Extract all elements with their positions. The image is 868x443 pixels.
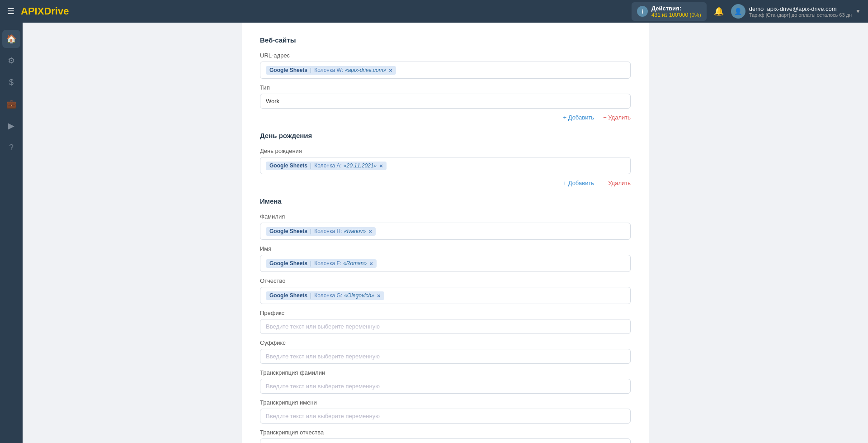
- birthday-actions: Добавить Удалить: [260, 180, 631, 186]
- user-email: demo_apix-drive@apix-drive.com: [749, 5, 852, 12]
- sidebar-item-work[interactable]: 💼: [2, 95, 20, 113]
- sidebar-item-home[interactable]: 🏠: [2, 30, 20, 48]
- birthday-tag-sep: |: [310, 162, 311, 169]
- first-name-tag-sep: |: [310, 260, 311, 267]
- section-names-title: Имена: [260, 197, 631, 207]
- first-name-tag: Google Sheets | Колонка F: «Roman» ×: [266, 259, 377, 268]
- first-name-tag-col: Колонка F:: [314, 260, 341, 267]
- websites-add-button[interactable]: Добавить: [563, 114, 594, 121]
- tag-sep: |: [310, 67, 311, 73]
- tag-source: Google Sheets: [269, 67, 307, 73]
- middle-name-tag-col: Колонка G:: [314, 292, 342, 299]
- sidebar-item-billing[interactable]: $: [2, 73, 20, 91]
- url-tag: Google Sheets | Колонка W: «apix-drive.c…: [266, 66, 396, 75]
- sidebar-item-help[interactable]: ?: [2, 138, 20, 157]
- birthday-tag: Google Sheets | Колонка A: «20.11.2021» …: [266, 162, 387, 170]
- info-icon: i: [637, 6, 648, 17]
- field-last-name-label: Фамилия: [260, 213, 631, 220]
- field-first-name-transcription-label: Транскрипция имени: [260, 399, 631, 406]
- section-birthday-title: День рождения: [260, 132, 631, 141]
- field-middle-name-transcription-label: Транскрипция отчества: [260, 429, 631, 436]
- field-middle-name-transcription: Транскрипция отчества: [260, 429, 631, 443]
- field-first-name-input[interactable]: Google Sheets | Колонка F: «Roman» ×: [260, 255, 631, 272]
- last-name-tag-source: Google Sheets: [269, 228, 307, 234]
- tag-close-icon[interactable]: ×: [389, 67, 392, 74]
- field-last-name: Фамилия Google Sheets | Колонка H: «Ivan…: [260, 213, 631, 240]
- field-url: URL-адрес Google Sheets | Колонка W: «ap…: [260, 52, 631, 79]
- chevron-down-icon: ▼: [855, 8, 861, 14]
- field-last-name-transcription-label: Транскрипция фамилии: [260, 369, 631, 376]
- field-middle-name-label: Отчество: [260, 277, 631, 284]
- top-header: ☰ APIXDrive i Действия: 431 из 100'000 (…: [0, 0, 868, 23]
- field-birthday: День рождения Google Sheets | Колонка A:…: [260, 148, 631, 174]
- birthday-remove-button[interactable]: Удалить: [603, 180, 631, 186]
- user-info[interactable]: 👤 demo_apix-drive@apix-drive.com Тариф |…: [731, 4, 861, 19]
- birthday-add-button[interactable]: Добавить: [563, 180, 594, 186]
- actions-text: Действия: 431 из 100'000 (0%): [651, 5, 701, 18]
- field-first-name-transcription-input[interactable]: [260, 409, 631, 424]
- birthday-tag-source: Google Sheets: [269, 162, 307, 169]
- middle-name-tag-close-icon[interactable]: ×: [377, 292, 381, 299]
- actions-title: Действия:: [651, 5, 701, 12]
- field-first-name-label: Имя: [260, 245, 631, 252]
- field-suffix-input[interactable]: [260, 349, 631, 364]
- tag-col: Колонка W:: [314, 67, 343, 73]
- field-type-label: Тип: [260, 84, 631, 91]
- field-last-name-transcription-input[interactable]: [260, 379, 631, 394]
- user-plan: Тариф |Стандарт| до оплаты осталось 63 д…: [749, 12, 852, 18]
- field-url-input[interactable]: Google Sheets | Колонка W: «apix-drive.c…: [260, 62, 631, 79]
- section-websites-title: Веб-сайты: [260, 36, 631, 46]
- birthday-tag-col: Колонка A:: [314, 162, 342, 169]
- logo-text: APIXDrive: [21, 5, 69, 17]
- sidebar-item-media[interactable]: ▶: [2, 117, 20, 135]
- sidebar-item-integrations[interactable]: ⚙: [2, 52, 20, 70]
- field-type-input[interactable]: [260, 94, 631, 109]
- field-middle-name-input[interactable]: Google Sheets | Колонка G: «Olegovich» ×: [260, 287, 631, 304]
- user-avatar: 👤: [731, 4, 745, 19]
- field-last-name-transcription: Транскрипция фамилии: [260, 369, 631, 394]
- first-name-tag-val: «Roman»: [343, 260, 367, 267]
- last-name-tag: Google Sheets | Колонка H: «Ivanov» ×: [266, 227, 376, 236]
- field-middle-name: Отчество Google Sheets | Колонка G: «Ole…: [260, 277, 631, 304]
- menu-icon[interactable]: ☰: [7, 6, 14, 16]
- last-name-tag-col: Колонка H:: [314, 228, 342, 234]
- middle-name-tag-sep: |: [310, 292, 311, 299]
- field-first-name: Имя Google Sheets | Колонка F: «Roman» ×: [260, 245, 631, 272]
- bell-icon[interactable]: 🔔: [714, 6, 724, 16]
- field-suffix-label: Суффикс: [260, 339, 631, 346]
- websites-actions: Добавить Удалить: [260, 114, 631, 121]
- first-name-tag-close-icon[interactable]: ×: [369, 260, 373, 267]
- field-birthday-label: День рождения: [260, 148, 631, 154]
- last-name-tag-close-icon[interactable]: ×: [368, 228, 372, 235]
- field-suffix: Суффикс: [260, 339, 631, 364]
- birthday-tag-val: «20.11.2021»: [344, 162, 377, 169]
- field-url-label: URL-адрес: [260, 52, 631, 59]
- field-prefix-input[interactable]: [260, 319, 631, 334]
- content-wrapper: Веб-сайты URL-адрес Google Sheets | Коло…: [242, 23, 649, 443]
- sidebar: 🏠 ⚙ $ 💼 ▶ ?: [0, 23, 23, 443]
- header-right: i Действия: 431 из 100'000 (0%) 🔔 👤 demo…: [632, 2, 861, 21]
- field-middle-name-transcription-input[interactable]: [260, 438, 631, 443]
- field-first-name-transcription: Транскрипция имени: [260, 399, 631, 424]
- logo-drive: Drive: [44, 5, 69, 17]
- field-prefix-label: Префикс: [260, 310, 631, 316]
- first-name-tag-source: Google Sheets: [269, 260, 307, 267]
- middle-name-tag-source: Google Sheets: [269, 292, 307, 299]
- actions-box: i Действия: 431 из 100'000 (0%): [632, 2, 707, 21]
- section-birthday: День рождения День рождения Google Sheet…: [260, 132, 631, 186]
- middle-name-tag-val: «Olegovich»: [344, 292, 374, 299]
- user-details: demo_apix-drive@apix-drive.com Тариф |Ст…: [749, 5, 852, 18]
- section-names: Имена Фамилия Google Sheets | Колонка H:…: [260, 197, 631, 443]
- websites-remove-button[interactable]: Удалить: [603, 114, 631, 121]
- field-birthday-input[interactable]: Google Sheets | Колонка A: «20.11.2021» …: [260, 157, 631, 174]
- section-websites: Веб-сайты URL-адрес Google Sheets | Коло…: [260, 36, 631, 121]
- logo-api: API: [21, 5, 38, 17]
- logo-x: X: [38, 5, 44, 17]
- birthday-tag-close-icon[interactable]: ×: [379, 162, 383, 169]
- tag-val: «apix-drive.com»: [345, 67, 386, 73]
- actions-count: 431 из 100'000 (0%): [651, 12, 701, 18]
- field-prefix: Префикс: [260, 310, 631, 334]
- field-last-name-input[interactable]: Google Sheets | Колонка H: «Ivanov» ×: [260, 223, 631, 240]
- field-type: Тип: [260, 84, 631, 109]
- logo-area: ☰ APIXDrive: [7, 5, 69, 17]
